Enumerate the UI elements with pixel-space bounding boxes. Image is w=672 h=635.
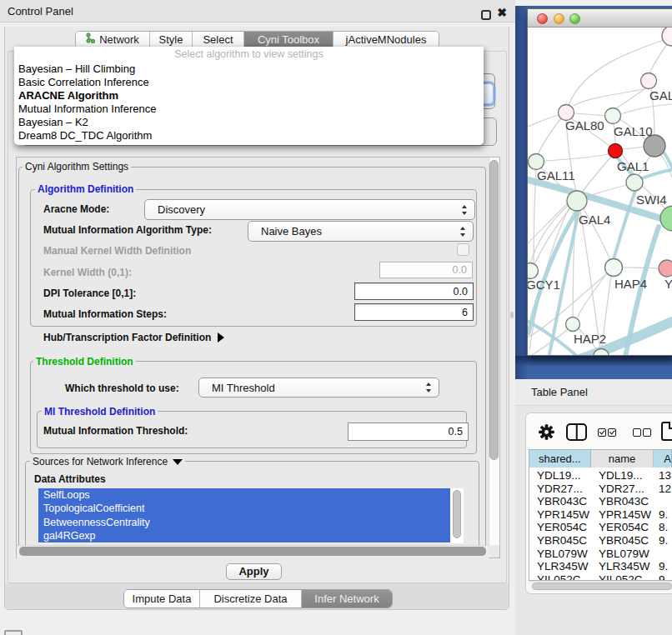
network-edge[interactable] — [580, 211, 600, 349]
network-node[interactable] — [566, 318, 580, 332]
data-attribute-item[interactable]: TopologicalCoefficient — [38, 502, 450, 515]
apply-button[interactable]: Apply — [226, 563, 282, 580]
data-attribute-item[interactable]: BetweennessCentrality — [38, 516, 450, 529]
mi-type-select[interactable]: Naive Bayes — [248, 221, 474, 242]
zoom-traffic-light[interactable] — [569, 13, 580, 24]
network-edge[interactable] — [615, 88, 647, 109]
close-icon[interactable]: ✖ — [495, 4, 509, 21]
table-row[interactable]: YDR27...YDR27...12. — [529, 482, 672, 496]
network-node[interactable] — [609, 144, 623, 158]
mi-threshold-field[interactable]: 0.5 — [348, 422, 469, 441]
aracne-mode-select[interactable]: Discovery — [144, 199, 475, 220]
settings-vertical-scrollbar-thumb[interactable] — [489, 160, 499, 460]
network-edge[interactable] — [574, 88, 649, 106]
attributes-scrollbar-thumb[interactable] — [453, 490, 461, 538]
node-table: shared...nameA YDL19...YDL19...13.YDR27.… — [529, 449, 672, 581]
table-cell: YLR345W — [529, 560, 591, 573]
unselect-all-columns-icon[interactable] — [633, 428, 641, 437]
data-attribute-item[interactable]: SelfLoops — [38, 488, 450, 502]
table-horizontal-scrollbar-thumb[interactable] — [532, 582, 672, 590]
data-attributes-list[interactable]: SelfLoopsTopologicalCoefficientBetweenne… — [38, 488, 464, 543]
data-attributes-label: Data Attributes — [34, 473, 106, 485]
network-edge[interactable] — [614, 191, 635, 259]
sources-title[interactable]: Sources for Network Inference — [30, 456, 185, 468]
network-node[interactable] — [529, 154, 544, 170]
network-node[interactable] — [528, 263, 539, 279]
table-row[interactable]: YIL052CYIL052C9. — [529, 573, 672, 581]
tab-discretize-data[interactable]: Discretize Data — [200, 590, 302, 608]
select-all-columns-icon[interactable] — [598, 428, 606, 437]
network-edge[interactable] — [582, 157, 611, 192]
gear-icon[interactable] — [538, 423, 555, 441]
algorithm-option[interactable]: Basic Correlation Inference — [14, 76, 484, 89]
hub-factor-expander[interactable]: Hub/Transcription Factor Definition — [43, 332, 224, 343]
network-edge[interactable] — [528, 115, 559, 127]
table-row[interactable]: YBR045CYBR045C9. — [529, 534, 672, 548]
threshold-definition-title: Threshold Definition — [33, 356, 136, 368]
unselect-all-columns-icon2[interactable] — [643, 428, 651, 437]
select-all-columns-icon2[interactable] — [608, 428, 616, 437]
column-header[interactable]: A — [654, 450, 672, 468]
table-row[interactable]: YBL079WYBL079W — [529, 548, 672, 561]
network-node-label: GAL10 — [614, 124, 653, 138]
attributes-scrollbar[interactable] — [450, 488, 464, 543]
table-cell: YER054C — [591, 521, 654, 534]
network-node[interactable] — [659, 260, 672, 277]
corner-button[interactable] — [4, 630, 23, 635]
kernel-width-field[interactable]: 0.0 — [379, 262, 473, 278]
table-row[interactable]: YER054CYER054C8. — [529, 521, 672, 534]
algorithm-option[interactable]: ARACNE Algorithm — [14, 89, 484, 102]
which-threshold-select[interactable]: MI Threshold — [198, 378, 439, 398]
network-node[interactable] — [605, 108, 621, 124]
table-cell: 12. — [654, 482, 672, 496]
dpi-tolerance-field[interactable]: 0.0 — [354, 282, 474, 300]
manual-kernel-checkbox[interactable] — [457, 243, 469, 256]
tab-infer-network[interactable]: Infer Network — [302, 590, 392, 608]
network-edge[interactable] — [622, 268, 659, 268]
network-node[interactable] — [660, 206, 672, 231]
table-row[interactable]: YBR043CYBR043C — [529, 495, 672, 508]
mi-steps-field[interactable]: 6 — [354, 303, 474, 321]
table-row[interactable]: YLR345WYLR345W9. — [529, 560, 672, 573]
network-graph[interactable]: GAL2GAL80GAL10GAL1GAL11SWI4GAL4GCY1HAP4Y… — [528, 28, 672, 355]
export-table-icon[interactable] — [661, 422, 672, 441]
algorithm-option[interactable]: Bayesian – Hill Climbing — [14, 62, 484, 76]
tab-jactivemnodules[interactable]: jActiveMNodules — [333, 32, 439, 48]
split-view-icon[interactable] — [566, 423, 587, 441]
tab-cyni-toolbox[interactable]: Cyni Toolbox — [244, 32, 333, 48]
network-node[interactable] — [567, 191, 587, 211]
network-node[interactable] — [662, 28, 672, 46]
algorithm-option[interactable]: Bayesian – K2 — [14, 116, 484, 129]
data-attribute-item[interactable]: gal4RGexp — [38, 529, 450, 542]
network-node[interactable] — [641, 73, 657, 89]
column-header[interactable]: shared... — [529, 450, 591, 468]
network-window-titlebar[interactable] — [528, 9, 672, 28]
table-row[interactable]: YPR145WYPR145W9. — [529, 508, 672, 522]
column-header[interactable]: name — [591, 450, 654, 468]
table-cell: YBR045C — [529, 534, 591, 548]
float-window-icon[interactable] — [481, 10, 491, 20]
algorithm-option[interactable]: Mutual Information Inference — [14, 102, 484, 116]
tab-style[interactable]: Style — [150, 32, 193, 48]
tab-impute-data[interactable]: Impute Data — [124, 590, 200, 608]
network-node[interactable] — [626, 174, 643, 191]
tab-network[interactable]: Network — [76, 32, 150, 48]
network-edge[interactable] — [544, 154, 609, 161]
tab-select[interactable]: Select — [193, 32, 244, 48]
network-edge[interactable] — [538, 118, 561, 154]
network-edge[interactable] — [620, 104, 672, 114]
algorithm-option[interactable]: Dream8 DC_TDC Algorithm — [14, 129, 484, 142]
network-node[interactable] — [605, 259, 623, 277]
splitter-handle[interactable] — [510, 312, 514, 318]
table-cell: YBL079W — [591, 548, 654, 561]
table-cell: YDR27... — [529, 482, 591, 496]
close-traffic-light[interactable] — [537, 13, 548, 24]
table-cell: YIL052C — [591, 573, 654, 581]
settings-horizontal-scrollbar-thumb[interactable] — [19, 547, 486, 556]
minimize-traffic-light[interactable] — [554, 13, 564, 24]
network-edge[interactable] — [664, 153, 672, 168]
network-edge[interactable] — [574, 113, 605, 116]
table-cell: 13. — [654, 469, 672, 482]
table-row[interactable]: YDL19...YDL19...13. — [529, 469, 672, 482]
network-edge[interactable] — [622, 147, 644, 149]
